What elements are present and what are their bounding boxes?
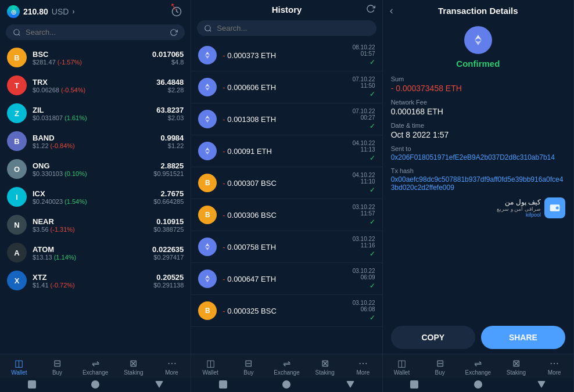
details-nav-item-exchange[interactable]: ⇌ Exchange <box>459 359 497 376</box>
coin-item[interactable]: T TRX $0.06268 (-0.54%) 36.4848 $2.28 <box>0 71 191 99</box>
history-menu-button[interactable] <box>346 381 354 388</box>
details-menu-button[interactable] <box>537 381 546 388</box>
nav-icon: ⇌ <box>474 359 482 368</box>
history-search-input[interactable] <box>217 24 369 33</box>
coin-amount: 36.4848 $2.28 <box>156 78 184 93</box>
nav-icon: ⊠ <box>321 359 329 368</box>
tx-item[interactable]: - 0.000758 ETH 03.10.2211:16 ✓ <box>191 231 382 263</box>
fee-label: Network Fee <box>391 99 565 106</box>
nav-item-exchange[interactable]: ⇌ Exchange <box>76 359 114 376</box>
history-nav-item-wallet[interactable]: ◫ Wallet <box>191 359 229 376</box>
coin-item[interactable]: O ONG $0.330103 (0.10%) 2.8825 $0.951521 <box>0 155 191 183</box>
copy-button[interactable]: COPY <box>391 326 475 349</box>
coin-info: ONG $0.330103 (0.10%) <box>33 161 148 177</box>
coin-price: $0.031807 (1.61%) <box>33 114 150 121</box>
tx-meta: 07.10.2200:27 ✓ <box>353 108 375 130</box>
details-nav-item-staking[interactable]: ⊠ Staking <box>497 359 536 376</box>
coin-symbol: NEAR <box>33 217 148 226</box>
fee-row: Network Fee 0.000168 ETH <box>391 99 565 116</box>
tx-coin-icon <box>198 110 217 128</box>
wallet-logo-icon: ◎ <box>7 5 20 18</box>
details-nav-item-buy[interactable]: ⊟ Buy <box>421 359 459 376</box>
details-content: Confirmed Sum - 0.000373458 ETH Network … <box>383 20 573 321</box>
details-bottom-nav: ◫ Wallet ⊟ Buy ⇌ Exchange ⊠ Staking ⋯ Mo… <box>383 354 573 378</box>
tx-coin-icon <box>198 78 217 96</box>
wallet-balance: ◎ 210.80 USD › <box>7 5 74 18</box>
coin-symbol: TRX <box>33 78 150 87</box>
tx-item[interactable]: - 0.001308 ETH 07.10.2200:27 ✓ <box>191 103 382 135</box>
history-nav-item-more[interactable]: ⋯ More <box>344 359 382 376</box>
coin-item[interactable]: Z ZIL $0.031807 (1.61%) 63.8237 $2.03 <box>0 99 191 127</box>
coin-price: $0.330103 (0.10%) <box>33 170 148 177</box>
details-header: ‹ Transaction Details <box>383 0 573 20</box>
nav-item-more[interactable]: ⋯ More <box>153 359 191 376</box>
coin-item[interactable]: B BSC $281.47 (-1.57%) 0.017065 $4.8 <box>0 44 191 71</box>
tx-item[interactable]: B - 0.000325 BSC 03.10.2206:08 ✓ <box>191 295 382 327</box>
watermark: كيف پول من صرافی امن و سریع kifpool <box>391 197 565 218</box>
nav-label: Staking <box>507 369 526 376</box>
tx-info: - 0.000647 ETH <box>223 275 346 283</box>
nav-label: More <box>165 369 178 376</box>
coin-item[interactable]: I ICX $0.240023 (1.54%) 2.7675 $0.664285 <box>0 183 191 211</box>
coin-symbol: ONG <box>33 161 148 170</box>
tx-info: - 0.000306 BSC <box>223 211 346 220</box>
coin-item[interactable]: N NEAR $3.56 (-1.31%) 0.10915 $0.388725 <box>0 211 191 239</box>
details-nav-item-more[interactable]: ⋯ More <box>535 359 573 376</box>
sent-value[interactable]: 0x206F018051971efE2eB9A2b037D2d8c310ab7b… <box>391 153 565 161</box>
history-nav-item-staking[interactable]: ⊠ Staking <box>306 359 344 376</box>
tx-item[interactable]: - 0.000373 ETH 08.10.2201:57 ✓ <box>191 39 382 71</box>
coin-icon: O <box>7 159 27 179</box>
history-refresh-icon[interactable] <box>366 4 375 15</box>
tx-item[interactable]: - 0.000606 ETH 07.10.2211:50 ✓ <box>191 71 382 103</box>
tx-item[interactable]: - 0.000647 ETH 03.10.2206:09 ✓ <box>191 263 382 295</box>
eth-logo-icon <box>464 26 492 54</box>
nav-item-staking[interactable]: ⊠ Staking <box>114 359 153 376</box>
details-home-button[interactable] <box>410 380 418 389</box>
details-nav-item-wallet[interactable]: ◫ Wallet <box>383 359 421 376</box>
coin-item[interactable]: B BAND $1.22 (-0.84%) 0.9984 $1.22 <box>0 127 191 155</box>
tx-item[interactable]: B - 0.000307 BSC 04.10.2211:10 ✓ <box>191 167 382 199</box>
history-nav-item-buy[interactable]: ⊟ Buy <box>229 359 268 376</box>
back-button[interactable] <box>91 380 99 389</box>
coin-item[interactable]: X XTZ $1.41 (-0.72%) 0.20525 $0.291138 <box>0 267 191 294</box>
tx-date: 04.10.2211:10 <box>353 172 375 185</box>
tx-check-icon: ✓ <box>353 282 375 290</box>
nav-item-wallet[interactable]: ◫ Wallet <box>0 359 38 376</box>
wallet-search-bar[interactable] <box>6 24 185 40</box>
watermark-text: كيف پول من <box>497 198 541 206</box>
home-button[interactable] <box>28 380 36 389</box>
history-nav-item-exchange[interactable]: ⇌ Exchange <box>268 359 306 376</box>
history-back-button[interactable] <box>282 380 290 389</box>
refresh-icon[interactable] <box>170 28 178 37</box>
tx-meta: 03.10.2211:57 ✓ <box>353 204 375 226</box>
back-button-icon[interactable]: ‹ <box>390 5 393 17</box>
nav-icon: ⊠ <box>512 359 520 368</box>
hash-value[interactable]: 0x00aefc98dc9c507881b937df9aff0fd5e39bb9… <box>391 175 565 192</box>
wallet-search-input[interactable] <box>26 28 165 37</box>
history-icon[interactable] <box>170 5 184 19</box>
details-back-button[interactable] <box>474 380 482 389</box>
tx-item[interactable]: - 0.00091 ETH 04.10.2211:13 ✓ <box>191 135 382 167</box>
tx-item[interactable]: B - 0.000306 BSC 03.10.2211:57 ✓ <box>191 199 382 231</box>
coin-symbol: ICX <box>33 189 148 198</box>
history-home-button[interactable] <box>219 380 227 389</box>
nav-label: Exchange <box>465 369 491 376</box>
coin-balance: 2.8825 <box>153 161 184 170</box>
wallet-bottom-nav: ◫ Wallet ⊟ Buy ⇌ Exchange ⊠ Staking ⋯ Mo… <box>0 354 191 378</box>
tx-coin-icon <box>198 269 217 288</box>
nav-item-buy[interactable]: ⊟ Buy <box>38 359 77 376</box>
menu-button[interactable] <box>155 381 163 388</box>
coin-info: BSC $281.47 (-1.57%) <box>33 50 146 66</box>
nav-label: Exchange <box>82 369 108 376</box>
tx-date: 07.10.2211:50 <box>353 76 375 89</box>
history-search-bar[interactable] <box>197 20 376 36</box>
share-button[interactable]: SHARE <box>481 326 565 349</box>
coin-amount: 0.20525 $0.291138 <box>153 273 184 289</box>
nav-icon: ⊟ <box>53 359 61 368</box>
tx-check-icon: ✓ <box>353 218 375 226</box>
action-buttons: COPY SHARE <box>383 321 573 354</box>
tx-date: 04.10.2211:13 <box>353 140 375 153</box>
nav-icon: ⇌ <box>92 359 99 368</box>
coin-item[interactable]: A ATOM $13.13 (1.14%) 0.022635 $0.297417 <box>0 239 191 267</box>
tx-list: - 0.000373 ETH 08.10.2201:57 ✓ - 0.00060… <box>191 39 382 354</box>
